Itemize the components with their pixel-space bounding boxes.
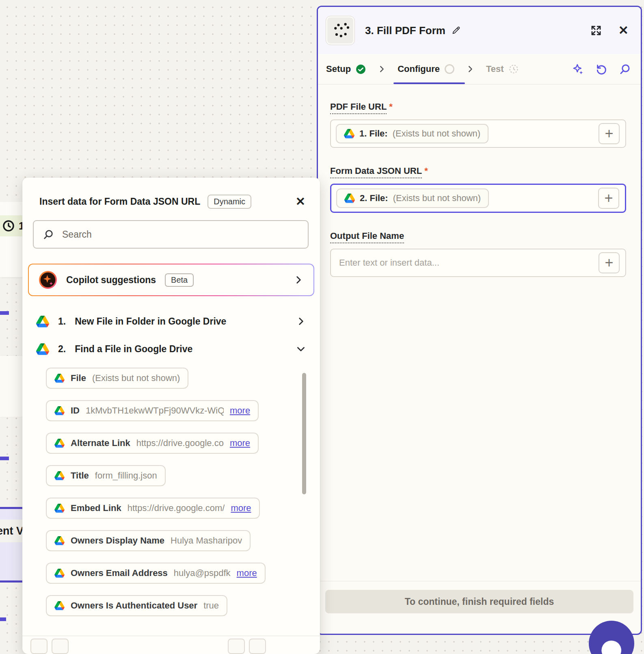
token-value: true [203, 600, 219, 611]
background-card [0, 356, 23, 417]
tabbar-actions [572, 63, 634, 75]
step-tab-bar: Setup Configure Test [318, 54, 641, 84]
tab-setup[interactable]: Setup [324, 64, 367, 74]
step-number: 1. [58, 316, 66, 327]
token-label: 1. File: [359, 128, 388, 139]
step-row-find-a-file[interactable]: 2. Find a File in Google Drive [29, 335, 313, 363]
clock-icon [2, 219, 15, 232]
plus-icon: + [605, 256, 613, 270]
connector-fragment [0, 457, 9, 460]
popup-search-input[interactable] [61, 229, 299, 240]
google-drive-icon [54, 406, 65, 415]
chevron-down-icon [296, 344, 306, 354]
google-drive-icon [54, 471, 65, 480]
step-label: New File in Folder in Google Drive [75, 316, 226, 327]
delay-badge: 1s [0, 215, 23, 236]
popup-footer [22, 636, 320, 654]
output-file-name-input[interactable] [336, 258, 620, 268]
tab-label: Configure [398, 64, 440, 74]
mapped-data-token[interactable]: 2. File: (Exists but not shown) [336, 188, 489, 208]
google-drive-icon [54, 536, 65, 545]
token-value: (Exists but not shown) [92, 373, 180, 383]
google-drive-icon [54, 601, 65, 610]
continue-button[interactable]: To continue, finish required fields [325, 590, 633, 613]
token-owners-display-name[interactable]: Owners Display Name Hulya Masharipov [46, 530, 251, 551]
popup-footer-button[interactable] [228, 639, 245, 654]
field-label: PDF File URL [330, 102, 387, 114]
token-value: (Exists but not shown) [393, 193, 481, 204]
token-list: File (Exists but not shown) ID 1kMvbTH1e… [22, 363, 320, 616]
scrollbar-thumb[interactable] [302, 373, 306, 494]
copilot-label: Copilot suggestions [66, 275, 156, 286]
speech-bubble-icon [599, 638, 625, 654]
token-title[interactable]: Title form_filling.json [46, 465, 166, 486]
step-label: Find a File in Google Drive [75, 344, 192, 355]
undo-refresh-icon [595, 63, 607, 75]
token-embed-link[interactable]: Embed Link https://drive.google.com/ mor… [46, 498, 260, 519]
tab-test[interactable]: Test [484, 64, 520, 74]
field-pdf-file-url: PDF File URL* 1. File: (Exists but not s… [330, 102, 626, 148]
copilot-suggestions-row[interactable]: Copilot suggestions Beta [28, 264, 314, 296]
more-link[interactable]: more [230, 405, 250, 416]
step-title-row: 3. Fill PDF Form [365, 24, 461, 37]
insert-data-button[interactable]: + [599, 123, 620, 144]
dynamic-badge: Dynamic [207, 195, 251, 209]
background-step-panel: ent V [0, 507, 23, 583]
mapped-data-token[interactable]: 1. File: (Exists but not shown) [336, 124, 488, 143]
chevron-right-icon [466, 65, 475, 74]
step-title: 3. Fill PDF Form [365, 24, 445, 37]
expand-icon [590, 24, 602, 37]
token-value: Hulya Masharipov [171, 535, 242, 546]
form-data-json-url-input[interactable]: 2. File: (Exists but not shown) + [330, 184, 626, 213]
google-drive-icon [344, 193, 355, 203]
tab-label: Test [486, 64, 504, 74]
token-owners-email-address[interactable]: Owners Email Address hulya@pspdfk more [46, 563, 266, 584]
token-id[interactable]: ID 1kMvbTH1ekwWTpFj90WVkz-WiQc more [46, 400, 259, 421]
google-drive-icon [54, 374, 65, 383]
ai-assist-button[interactable] [572, 63, 584, 75]
expand-panel-button[interactable] [590, 24, 602, 37]
close-icon: ✕ [296, 195, 305, 208]
popup-footer-button[interactable] [30, 639, 48, 654]
field-output-file-name: Output File Name + [330, 231, 626, 277]
token-name: Embed Link [71, 503, 121, 513]
output-file-name-box: + [330, 249, 626, 277]
step-row-new-file-in-folder[interactable]: 1. New File in Folder in Google Drive [29, 308, 313, 335]
close-popup-button[interactable]: ✕ [292, 196, 309, 208]
dots-logo-icon [329, 19, 352, 42]
insert-data-popup: Insert data for Form Data JSON URL Dynam… [22, 178, 320, 654]
token-file[interactable]: File (Exists but not shown) [46, 368, 188, 389]
sparkle-icon [572, 63, 584, 75]
search-icon [43, 229, 54, 240]
token-alternate-link[interactable]: Alternate Link https://drive.google.co m… [46, 433, 259, 454]
chevron-right-icon [377, 65, 386, 74]
pdf-file-url-input[interactable]: 1. File: (Exists but not shown) + [330, 119, 626, 148]
tab-configure[interactable]: Configure [396, 64, 456, 74]
field-label: Form Data JSON URL [330, 166, 422, 178]
more-link[interactable]: more [237, 568, 257, 578]
more-link[interactable]: more [231, 503, 251, 513]
token-name: Owners Email Address [71, 568, 168, 578]
connector-fragment [0, 617, 6, 621]
header-actions: ✕ [590, 24, 629, 37]
close-panel-button[interactable]: ✕ [618, 24, 629, 37]
more-link[interactable]: more [230, 438, 250, 448]
google-drive-icon [36, 343, 49, 355]
insert-data-button[interactable]: + [599, 252, 620, 273]
field-search-button[interactable] [619, 63, 631, 75]
popup-footer-button[interactable] [249, 639, 266, 654]
popup-title: Insert data for Form Data JSON URL [39, 196, 200, 207]
token-name: File [71, 373, 86, 383]
edit-pencil-icon[interactable] [451, 26, 461, 35]
insert-data-button[interactable]: + [598, 188, 619, 209]
google-drive-icon [36, 316, 49, 327]
token-owners-is-authenticated-user[interactable]: Owners Is Authenticated User true [46, 595, 227, 616]
token-value: hulya@pspdfk [174, 568, 231, 578]
app-icon [326, 16, 354, 45]
refresh-button[interactable] [595, 63, 607, 75]
plus-icon: + [605, 126, 613, 141]
token-name: Owners Is Authenticated User [71, 600, 197, 611]
popup-footer-button[interactable] [52, 639, 69, 654]
required-asterisk: * [424, 166, 428, 176]
steps-list: 1. New File in Folder in Google Drive 2.… [22, 308, 320, 363]
